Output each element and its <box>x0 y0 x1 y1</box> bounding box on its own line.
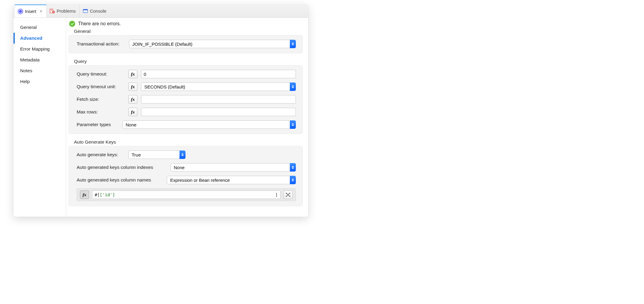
sidebar-item-label: Error Mapping <box>20 46 50 51</box>
parameter-types-select[interactable]: None <box>122 120 296 129</box>
tab-problems[interactable]: Problems <box>47 5 80 17</box>
sidebar-item-label: Notes <box>20 68 32 73</box>
section-title-query: Query <box>74 59 303 64</box>
query-timeout-unit-value[interactable]: SECONDS (Default) <box>141 82 296 91</box>
autogen-col-names-value[interactable]: Expression or Bean reference <box>167 176 296 184</box>
section-autogen: Auto generate keys: True Auto generated … <box>69 146 303 206</box>
fx-button[interactable]: fx <box>80 191 89 199</box>
query-timeout-input[interactable] <box>141 70 296 78</box>
sidebar-item-error-mapping[interactable]: Error Mapping <box>14 44 66 54</box>
autogen-col-indexes-select[interactable]: None <box>170 163 296 172</box>
section-title-general: General <box>74 29 303 34</box>
expression-prefix: #[ <box>95 192 100 197</box>
expression-row: fx #[ ['id'] ] <box>77 188 296 201</box>
check-icon <box>69 21 75 27</box>
query-timeout-label: Query timeout: <box>77 71 125 77</box>
section-general: Transactional action: JOIN_IF_POSSIBLE (… <box>69 35 303 53</box>
sidebar-item-label: Help <box>20 79 30 84</box>
sidebar-item-advanced[interactable]: Advanced <box>14 33 66 44</box>
tab-insert[interactable]: Insert ✕ <box>15 5 47 17</box>
section-title-autogen: Auto Generate Keys <box>74 139 303 145</box>
autogen-col-indexes-value[interactable]: None <box>170 163 296 172</box>
insert-icon <box>18 9 23 14</box>
section-query: Query timeout: fx Query timeout unit: fx… <box>69 65 303 134</box>
sidebar-item-label: Metadata <box>20 57 40 62</box>
console-icon <box>83 8 88 14</box>
auto-generate-keys-label: Auto generate keys: <box>77 152 125 157</box>
max-rows-label: Max rows: <box>77 109 125 115</box>
fx-button[interactable]: fx <box>128 108 137 116</box>
sidebar-item-general[interactable]: General <box>14 22 66 33</box>
editor-tabstrip: Insert ✕ Problems Console <box>14 5 308 18</box>
transactional-action-label: Transactional action: <box>77 41 125 47</box>
main-content: There are no errors. General Transaction… <box>66 18 308 217</box>
sidebar-item-notes[interactable]: Notes <box>14 65 66 76</box>
sidebar-nav: General Advanced Error Mapping Metadata … <box>14 18 66 217</box>
parameter-types-value[interactable]: None <box>122 120 296 129</box>
transactional-action-select[interactable]: JOIN_IF_POSSIBLE (Default) <box>129 40 296 48</box>
sidebar-item-label: General <box>20 25 37 30</box>
auto-generate-keys-value[interactable]: True <box>128 150 186 159</box>
tab-console[interactable]: Console <box>80 5 110 17</box>
autogen-col-indexes-label: Auto generated keys column indexes <box>77 165 167 170</box>
config-window: Insert ✕ Problems Console General Adv <box>14 5 308 217</box>
query-timeout-unit-select[interactable]: SECONDS (Default) <box>141 82 296 91</box>
fx-button[interactable]: fx <box>128 70 137 78</box>
max-rows-input[interactable] <box>141 108 296 116</box>
sidebar-item-help[interactable]: Help <box>14 76 66 87</box>
auto-generate-keys-select[interactable]: True <box>128 150 186 159</box>
expression-code: ['id'] <box>100 192 115 197</box>
autogen-col-names-label: Auto generated keys column names <box>77 177 163 183</box>
status-text: There are no errors. <box>78 21 121 26</box>
fx-button[interactable]: fx <box>128 95 137 104</box>
map-button[interactable] <box>284 191 293 199</box>
problems-icon <box>50 8 55 14</box>
expression-input[interactable]: #[ ['id'] ] <box>92 191 281 199</box>
tab-label: Console <box>90 8 106 14</box>
svg-rect-7 <box>83 9 87 10</box>
query-timeout-unit-label: Query timeout unit: <box>77 84 125 89</box>
close-icon[interactable]: ✕ <box>39 9 43 14</box>
fetch-size-label: Fetch size: <box>77 97 125 102</box>
fetch-size-input[interactable] <box>141 95 296 104</box>
autogen-col-names-select[interactable]: Expression or Bean reference <box>167 176 296 184</box>
sidebar-item-label: Advanced <box>20 36 42 41</box>
sidebar-item-metadata[interactable]: Metadata <box>14 54 66 65</box>
tab-label: Insert <box>25 9 36 14</box>
expression-suffix: ] <box>275 192 278 197</box>
fx-button[interactable]: fx <box>128 82 137 91</box>
tab-label: Problems <box>57 8 76 14</box>
parameter-types-label: Parameter types <box>77 122 119 127</box>
mapping-icon <box>285 192 291 197</box>
validation-status: There are no errors. <box>69 21 303 27</box>
transactional-action-value[interactable]: JOIN_IF_POSSIBLE (Default) <box>129 40 296 48</box>
